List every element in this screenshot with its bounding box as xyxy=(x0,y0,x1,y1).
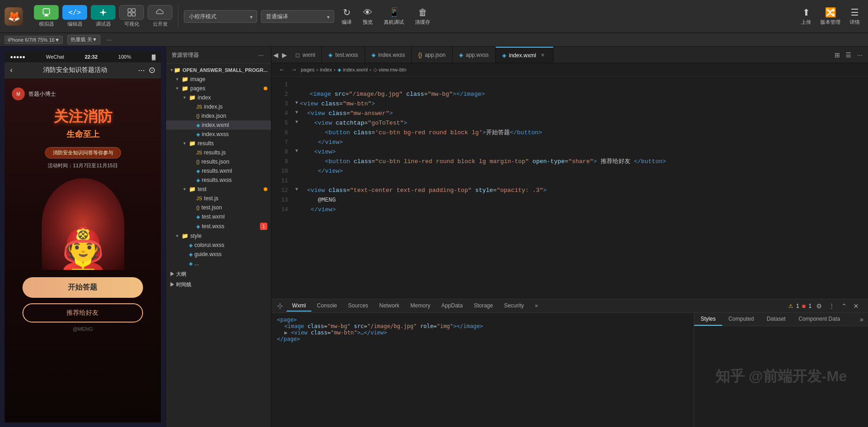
devtools-tab-console[interactable]: Console xyxy=(311,301,343,312)
hot-reload-select[interactable]: 热重载 关▼ xyxy=(67,35,100,44)
file-guide-wxss[interactable]: ◈ guide.wxss xyxy=(166,250,271,259)
real-device-button[interactable]: 📱 真机调试 xyxy=(380,5,408,27)
clock: 22:32 xyxy=(85,54,98,60)
file-test-wxss[interactable]: ◈ test.wxss 1 xyxy=(166,221,271,231)
collapse-3[interactable]: ▼ xyxy=(295,99,298,107)
clear-cache-button[interactable]: 🗑 清缓存 xyxy=(411,5,434,27)
svg-rect-0 xyxy=(43,9,50,14)
tab-index-wxss[interactable]: ◈ index.wxss xyxy=(365,47,412,63)
file-index-wxml[interactable]: ◈ index.wxml xyxy=(166,120,271,130)
start-quiz-button[interactable]: 开始答题 xyxy=(22,277,143,298)
folder-style[interactable]: ▼ 📁 style xyxy=(166,231,271,241)
cloud-button[interactable] xyxy=(148,5,172,20)
collapse-8[interactable]: ▼ xyxy=(295,148,298,155)
share-friend-button[interactable]: 推荐给好友 xyxy=(22,303,143,323)
nav-forward-button[interactable]: → xyxy=(289,65,299,74)
details-button[interactable]: ☰ 详情 xyxy=(846,5,863,27)
computed-tab[interactable]: Computed xyxy=(722,313,760,326)
preview-button[interactable]: 👁 预览 xyxy=(359,5,376,27)
code-editor[interactable]: 1 2 <image src="/image/bg.jpg" class="mw… xyxy=(271,77,868,299)
devtools-cursor-icon[interactable]: ⊹ xyxy=(275,301,285,311)
explorer-more-button[interactable]: ··· xyxy=(256,50,265,60)
file-tree: ▼ 📁 OPEN_ANSWER_SMALL_PROGR... ▼ 📁 image… xyxy=(166,64,271,427)
tab-wxml[interactable]: ◻ wxml xyxy=(289,47,322,63)
devtools-tabs: ⊹ Wxml Console Sources Network Memory Ap… xyxy=(271,299,868,313)
error-icon: ■ xyxy=(802,302,806,310)
file-test-json[interactable]: {} test.json xyxy=(166,203,271,212)
folder-results[interactable]: ▼ 📁 results xyxy=(166,139,271,148)
file-test-js[interactable]: JS test.js xyxy=(166,194,271,203)
compile-button[interactable]: ↻ 编译 xyxy=(338,5,355,27)
collapse-4[interactable]: ▼ xyxy=(295,109,298,116)
section-timeline: ▶ 时间线 xyxy=(166,279,271,289)
version-button[interactable]: 🔀 版本管理 xyxy=(817,5,844,27)
devtools-tab-wxml[interactable]: Wxml xyxy=(287,301,311,312)
styles-tab[interactable]: Styles xyxy=(694,313,722,326)
file-index-json[interactable]: {} index.json xyxy=(166,111,271,120)
mini-program-mode-select[interactable]: 小程序模式 ▼ xyxy=(184,10,257,23)
debugger-button[interactable] xyxy=(91,5,116,20)
devtools-collapse-button[interactable]: ⌃ xyxy=(840,301,849,311)
tab-app-json[interactable]: {} app.json xyxy=(412,47,452,63)
tab-list-button[interactable]: ☰ xyxy=(844,50,853,60)
upload-button[interactable]: ⬆ 上传 xyxy=(797,5,815,27)
file-test-wxml[interactable]: ◈ test.wxml xyxy=(166,212,271,221)
battery-icon: ▓ xyxy=(152,54,155,60)
folder-index[interactable]: ▼ 📁 index xyxy=(166,93,271,102)
devtools-settings-button[interactable]: ⚙ xyxy=(814,301,824,311)
folder-test[interactable]: ▼ 📁 test xyxy=(166,185,271,194)
file-results-wxss[interactable]: ◈ results.wxss xyxy=(166,175,271,185)
simulator-button[interactable] xyxy=(34,5,59,20)
editor-more-button[interactable]: ··· xyxy=(855,50,864,60)
right-panel-close[interactable]: » xyxy=(858,315,865,324)
right-column: ◀ ▶ ◻ wxml ◈ test.wxss ◈ index.wxss {} a… xyxy=(271,47,868,427)
wechat-nav-bar: ‹ 消防安全知识答题活动 ··· ⊙ xyxy=(5,62,161,78)
devtools-tab-storage[interactable]: Storage xyxy=(468,301,498,312)
file-index-wxss[interactable]: ◈ index.wxss xyxy=(166,130,271,139)
file-more[interactable]: ◈ ... xyxy=(166,259,271,268)
tab-nav-forward[interactable]: ▶ xyxy=(280,50,289,60)
nav-back-button[interactable]: ← xyxy=(277,65,287,74)
breadcrumb-selector: view.mw-btn xyxy=(379,67,407,72)
collapse-5[interactable]: ▼ xyxy=(295,119,298,126)
devtools-tab-more[interactable]: » xyxy=(530,301,544,312)
error-count: 1 xyxy=(808,303,812,309)
collapse-12[interactable]: ▼ xyxy=(295,186,298,193)
close-tab-button[interactable]: ✕ xyxy=(539,51,547,59)
tab-app-wxss[interactable]: ◈ app.wxss xyxy=(453,47,496,63)
compile-mode-select[interactable]: 普通编译 ▼ xyxy=(261,10,334,23)
tab-nav-back[interactable]: ◀ xyxy=(271,50,280,60)
more-options-icon[interactable]: ··· xyxy=(107,37,111,43)
devtools-tab-sources[interactable]: Sources xyxy=(343,301,374,312)
split-editor-button[interactable]: ⊞ xyxy=(833,50,842,60)
visual-button[interactable] xyxy=(119,5,144,20)
wxml-line-3[interactable]: ▶ <view class="mw-btn">…</view> xyxy=(277,329,688,336)
tab-test-wxss[interactable]: ◈ test.wxss xyxy=(322,47,365,63)
tab-index-wxml[interactable]: ◈ index.wxml ✕ xyxy=(496,47,553,63)
dataset-tab[interactable]: Dataset xyxy=(760,313,792,326)
file-colorui-wxss[interactable]: ◈ colorui.wxss xyxy=(166,241,271,250)
folder-image[interactable]: ▼ 📁 image xyxy=(166,75,271,84)
editor-btn-group: </> 编辑器 xyxy=(62,5,87,27)
code-line-7: 7 </view> xyxy=(271,138,868,148)
devtools-more-button[interactable]: ⋮ xyxy=(827,301,837,311)
file-results-json[interactable]: {} results.json xyxy=(166,157,271,166)
devtools-tab-appdata[interactable]: AppData xyxy=(436,301,468,312)
file-index-js[interactable]: JS index.js xyxy=(166,102,271,111)
project-root[interactable]: ▼ 📁 OPEN_ANSWER_SMALL_PROGR... xyxy=(166,66,271,75)
file-results-js[interactable]: JS results.js xyxy=(166,148,271,157)
file-results-wxml[interactable]: ◈ results.wxml xyxy=(166,166,271,175)
devtools-tab-security[interactable]: Security xyxy=(498,301,529,312)
wechat-menu-icon[interactable]: ··· xyxy=(138,66,145,75)
devtools-close-button[interactable]: ✕ xyxy=(851,301,861,311)
editor-label: 编辑器 xyxy=(67,21,83,27)
share-icon[interactable]: ⊙ xyxy=(149,65,155,75)
component-data-tab[interactable]: Component Data xyxy=(792,313,846,326)
editor-button[interactable]: </> xyxy=(62,5,87,20)
folder-pages[interactable]: ▼ 📁 pages xyxy=(166,84,271,93)
devtools-content: <page> <image class="mw-bg" src="/image/… xyxy=(271,313,868,427)
devtools-tab-memory[interactable]: Memory xyxy=(405,301,436,312)
svg-rect-7 xyxy=(132,13,135,16)
devtools-tab-network[interactable]: Network xyxy=(374,301,405,312)
device-model-select[interactable]: iPhone 6/7/8 75% 16▼ xyxy=(5,36,63,44)
